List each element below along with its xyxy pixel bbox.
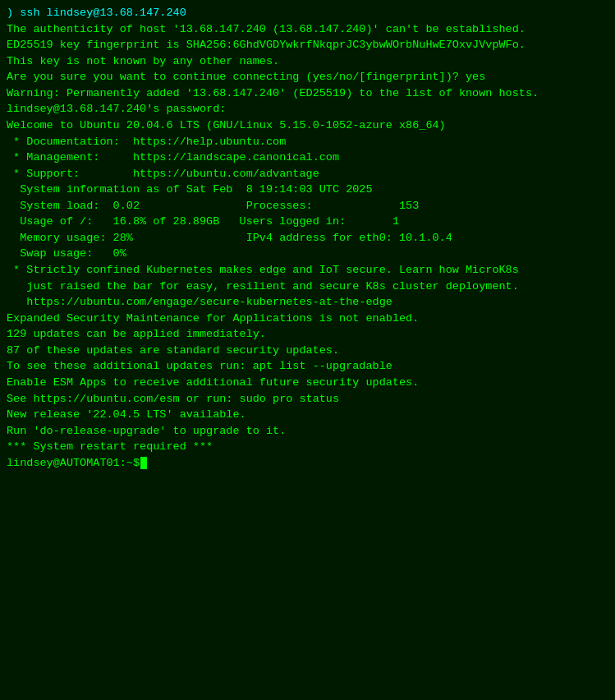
terminal-line: ) ssh lindsey@13.68.147.240 bbox=[7, 5, 608, 21]
terminal-line: Memory usage: 28% IPv4 address for eth0:… bbox=[7, 230, 608, 246]
terminal-line: New release '22.04.5 LTS' available. bbox=[7, 407, 608, 423]
terminal-line: ED25519 key fingerprint is SHA256:6GhdVG… bbox=[7, 37, 608, 53]
terminal-line: Are you sure you want to continue connec… bbox=[7, 69, 608, 85]
terminal-line: Warning: Permanently added '13.68.147.24… bbox=[7, 85, 608, 102]
terminal-line: lindsey@13.68.147.240's password: bbox=[7, 101, 608, 117]
terminal-line: Enable ESM Apps to receive additional fu… bbox=[7, 375, 608, 391]
terminal-line: To see these additional updates run: apt… bbox=[7, 358, 608, 375]
terminal-line: This key is not known by any other names… bbox=[7, 53, 608, 70]
terminal-line: https://ubuntu.com/engage/secure-kuberne… bbox=[7, 294, 608, 311]
terminal-line: See https://ubuntu.com/esm or run: sudo … bbox=[7, 391, 608, 408]
terminal-line: * Strictly confined Kubernetes makes edg… bbox=[7, 262, 608, 279]
terminal-window[interactable]: ) ssh lindsey@13.68.147.240The authentic… bbox=[0, 0, 615, 700]
terminal-line: Welcome to Ubuntu 20.04.6 LTS (GNU/Linux… bbox=[7, 117, 608, 134]
terminal-line: The authenticity of host '13.68.147.240 … bbox=[7, 21, 608, 38]
terminal-prompt-line: lindsey@AUTOMAT01:~$ bbox=[7, 455, 608, 472]
terminal-line: System load: 0.02 Processes: 153 bbox=[7, 198, 608, 214]
terminal-output: ) ssh lindsey@13.68.147.240The authentic… bbox=[7, 5, 608, 455]
terminal-line: * Documentation: https://help.ubuntu.com bbox=[7, 134, 608, 150]
terminal-line: just raised the bar for easy, resilient … bbox=[7, 279, 608, 295]
terminal-line: * Management: https://landscape.canonica… bbox=[7, 150, 608, 166]
terminal-line: 129 updates can be applied immediately. bbox=[7, 326, 608, 343]
terminal-line: System information as of Sat Feb 8 19:14… bbox=[7, 182, 608, 198]
terminal-prompt: lindsey@AUTOMAT01:~$ bbox=[7, 455, 140, 472]
terminal-cursor bbox=[140, 457, 147, 469]
terminal-line: Usage of /: 16.8% of 28.89GB Users logge… bbox=[7, 214, 608, 230]
terminal-line: * Support: https://ubuntu.com/advantage bbox=[7, 166, 608, 182]
terminal-line: *** System restart required *** bbox=[7, 439, 608, 455]
terminal-line: Swap usage: 0% bbox=[7, 246, 608, 262]
terminal-line: Run 'do-release-upgrade' to upgrade to i… bbox=[7, 423, 608, 440]
terminal-line: 87 of these updates are standard securit… bbox=[7, 343, 608, 359]
terminal-line: Expanded Security Maintenance for Applic… bbox=[7, 311, 608, 327]
